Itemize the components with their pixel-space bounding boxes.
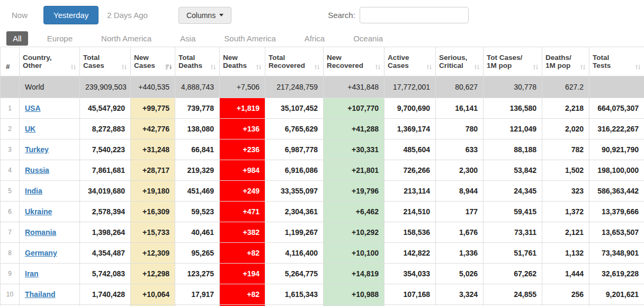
tab-north-america[interactable]: North America <box>95 31 158 46</box>
cell-rank: 3 <box>1 139 20 160</box>
header-row: #Country,OtherTotalCasesNewCasesTotalDea… <box>1 47 644 76</box>
cell-serious_critical: 633 <box>436 139 484 160</box>
cell-total_recovered: 6,765,629 <box>265 119 324 139</box>
column-header-tot_cases_1m[interactable]: Tot Cases/1M pop <box>484 47 542 76</box>
cell-deaths_1m: 323 <box>542 181 589 202</box>
column-label: NewCases <box>134 54 155 69</box>
cell-new_cases: +12,309 <box>131 243 175 264</box>
country-link-romania[interactable]: Romania <box>25 228 56 237</box>
country-link-usa[interactable]: USA <box>25 104 41 112</box>
cell-active_cases: 1,369,174 <box>384 119 436 139</box>
cell-total_recovered: 35,107,452 <box>265 98 324 119</box>
cell-new_cases: +12,298 <box>131 264 175 284</box>
cell-new_recovered: +14,819 <box>324 264 384 284</box>
cell-new_deaths: +984 <box>220 160 265 181</box>
cell-new_cases: +19,180 <box>131 181 175 202</box>
country-link-india[interactable]: India <box>25 187 42 195</box>
column-label: Deaths/1M pop <box>545 54 571 69</box>
tab-south-america[interactable]: South America <box>218 31 282 46</box>
tab-europe[interactable]: Europe <box>41 31 79 46</box>
table-row: 6Ukraine2,578,394+16,30959,523+4712,304,… <box>1 202 644 222</box>
country-link-germany[interactable]: Germany <box>25 249 57 257</box>
column-label: Tot Cases/1M pop <box>487 54 522 69</box>
cell-rank: 10 <box>1 284 20 305</box>
column-label: ActiveCases <box>388 54 409 69</box>
cell-total_cases: 7,540,223 <box>80 139 131 160</box>
cell-rank: 1 <box>1 98 20 119</box>
tab-africa[interactable]: Africa <box>298 31 331 46</box>
cell-new_recovered: +10,292 <box>324 222 384 243</box>
column-header-new_recovered[interactable]: NewRecovered <box>324 47 384 76</box>
column-header-total_cases[interactable]: TotalCases <box>80 47 131 76</box>
cell-rank: 5 <box>1 181 20 202</box>
cell-total_deaths: 219,329 <box>175 160 220 181</box>
cell-country: India <box>20 181 80 202</box>
column-label: NewRecovered <box>327 54 363 69</box>
cell-serious_critical: 8,944 <box>436 181 484 202</box>
country-link-ukraine[interactable]: Ukraine <box>25 207 52 216</box>
two-days-ago-button[interactable]: 2 Days Ago <box>107 11 148 20</box>
cell-total_tests: 664,075,307 <box>589 98 644 119</box>
cell-rank: 9 <box>1 264 20 284</box>
cell-new_deaths: +194 <box>220 264 265 284</box>
cell-new_deaths: +82 <box>220 243 265 264</box>
cell-total_tests: 13,653,507 <box>589 222 644 243</box>
country-link-iran[interactable]: Iran <box>25 269 39 278</box>
cell-total_cases: 1,398,264 <box>80 222 131 243</box>
cell-deaths_1m: 2,218 <box>542 98 589 119</box>
cell-new_cases: +42,776 <box>131 119 175 139</box>
column-header-new_deaths[interactable]: NewDeaths <box>220 47 265 76</box>
sort-updown-icon <box>634 64 641 71</box>
cell-new_recovered: +431,848 <box>324 76 384 98</box>
country-link-uk[interactable]: UK <box>25 125 35 133</box>
cell-total_cases: 1,740,428 <box>80 284 131 305</box>
column-header-deaths_1m[interactable]: Deaths/1M pop <box>542 47 589 76</box>
cell-new_cases: +440,535 <box>131 76 175 98</box>
cell-total_cases: 7,861,681 <box>80 160 131 181</box>
sort-updown-icon <box>255 64 262 71</box>
column-label: Country,Other <box>23 54 52 69</box>
cell-deaths_1m: 1,444 <box>542 264 589 284</box>
yesterday-button[interactable]: Yesterday <box>43 6 99 24</box>
column-header-active_cases[interactable]: ActiveCases <box>384 47 436 76</box>
country-link-russia[interactable]: Russia <box>25 166 49 174</box>
tab-oceania[interactable]: Oceania <box>347 31 389 46</box>
cell-serious_critical: 177 <box>436 202 484 222</box>
column-header-total_tests[interactable]: TotalTests <box>589 47 644 76</box>
column-header-serious_critical[interactable]: Serious,Critical <box>436 47 484 76</box>
cell-active_cases: 158,536 <box>384 222 436 243</box>
tab-all[interactable]: All <box>6 31 28 46</box>
toolbar: Now Yesterday 2 Days Ago Columns Search: <box>0 0 644 30</box>
cell-active_cases: 9,700,690 <box>384 98 436 119</box>
cell-tot_cases_1m: 136,580 <box>484 98 542 119</box>
covid-table: #Country,OtherTotalCasesNewCasesTotalDea… <box>0 47 644 306</box>
column-header-total_recovered[interactable]: TotalRecovered <box>265 47 324 76</box>
table-row: 8Germany4,354,487+12,30995,265+824,116,4… <box>1 243 644 264</box>
column-header-total_deaths[interactable]: TotalDeaths <box>175 47 220 76</box>
cell-total_deaths: 95,265 <box>175 243 220 264</box>
cell-new_cases: +28,717 <box>131 160 175 181</box>
country-link-turkey[interactable]: Turkey <box>25 145 49 154</box>
tab-asia[interactable]: Asia <box>174 31 202 46</box>
cell-new_recovered: +30,331 <box>324 139 384 160</box>
cell-new_deaths: +236 <box>220 139 265 160</box>
cell-total_cases: 45,547,920 <box>80 98 131 119</box>
table-row: 3Turkey7,540,223+31,24866,841+2366,987,7… <box>1 139 644 160</box>
cell-total_deaths: 59,523 <box>175 202 220 222</box>
cell-tot_cases_1m: 121,049 <box>484 119 542 139</box>
search-input[interactable] <box>360 7 469 23</box>
column-header-country[interactable]: Country,Other <box>20 47 80 76</box>
table-row: 9Iran5,742,083+12,298123,275+1945,264,77… <box>1 264 644 284</box>
cell-serious_critical: 80,627 <box>436 76 484 98</box>
cell-tot_cases_1m: 30,778 <box>484 76 542 98</box>
cell-total_cases: 8,272,883 <box>80 119 131 139</box>
cell-tot_cases_1m: 88,188 <box>484 139 542 160</box>
cell-total_tests: 316,222,267 <box>589 119 644 139</box>
now-button[interactable]: Now <box>12 11 28 20</box>
country-link-thailand[interactable]: Thailand <box>25 290 56 299</box>
cell-serious_critical: 2,300 <box>436 160 484 181</box>
cell-active_cases: 214,510 <box>384 202 436 222</box>
cell-rank <box>1 76 20 98</box>
column-header-new_cases[interactable]: NewCases <box>131 47 175 76</box>
columns-button[interactable]: Columns <box>178 7 231 24</box>
